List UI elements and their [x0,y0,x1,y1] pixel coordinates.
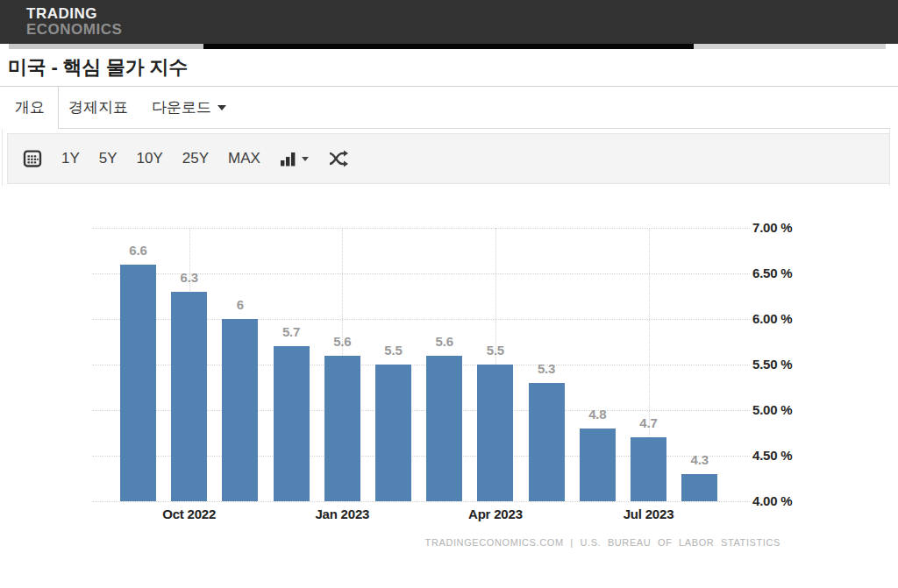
media-strip-segment-right [694,44,886,49]
tab-indicators-label: 경제지표 [68,99,128,116]
chart-bar[interactable] [631,437,666,501]
tab-overview[interactable]: 개요 [2,87,59,129]
chart-bar[interactable] [171,292,207,501]
chart-bar[interactable] [529,383,565,501]
y-axis-label: 4.00 % [752,493,793,508]
chart-bar[interactable] [120,265,156,501]
bar-value-label: 6 [218,297,262,312]
y-axis-label: 7.00 % [752,220,793,235]
media-strip-segment-left [9,44,203,49]
chart-bar[interactable] [580,429,616,501]
bar-value-label: 4.7 [627,415,671,430]
chevron-down-icon [302,157,309,161]
x-axis-label: Jan 2023 [298,507,386,521]
range-max-button[interactable]: MAX [228,150,260,167]
site-header: TRADING ECONOMICS [0,0,898,44]
y-axis-label: 6.50 % [752,266,793,280]
chart-bar[interactable] [324,356,360,501]
chart-bar[interactable] [375,365,411,501]
bar-value-label: 5.5 [372,343,416,358]
tabbar-top-border [0,86,898,87]
media-strip-segment-center [203,44,694,49]
tab-indicators[interactable]: 경제지표 [68,87,128,129]
bar-value-label: 6.6 [117,243,160,258]
bar-chart: TRADINGECONOMICS.COM | U.S. BUREAU OF LA… [0,186,898,574]
compare-shuffle-icon[interactable] [328,150,349,167]
chart-bar[interactable] [681,474,717,501]
chart-bar[interactable] [477,365,513,501]
calendar-icon[interactable] [23,149,42,168]
x-axis-label: Apr 2023 [452,507,539,521]
logo-line-1: TRADING [26,6,122,22]
bar-value-label: 4.8 [575,407,619,422]
bar-chart-type-icon [280,152,296,166]
bar-value-label: 5.7 [269,324,313,339]
chart-bar[interactable] [426,356,462,501]
x-axis-label: Oct 2022 [146,507,233,521]
bar-value-label: 6.3 [167,270,211,285]
y-axis-label: 5.00 % [752,402,793,417]
range-5y-button[interactable]: 5Y [99,150,118,167]
chart-attribution: TRADINGECONOMICS.COM | U.S. BUREAU OF LA… [425,537,780,548]
bar-value-label: 5.3 [524,361,568,376]
bar-value-label: 4.3 [678,452,722,467]
page-root: TRADING ECONOMICS 미국 - 핵심 물가 지수 개요 경제지표 … [0,0,898,588]
y-axis-label: 4.50 % [752,448,793,463]
chart-bar[interactable] [222,319,258,501]
range-1y-button[interactable]: 1Y [61,150,80,167]
bar-value-label: 5.5 [474,343,517,358]
gridline-horizontal [92,228,750,229]
y-axis-label: 6.00 % [752,311,793,326]
tab-download-label: 다운로드 [152,99,211,116]
bar-value-label: 5.6 [320,334,364,349]
chart-toolbar: 1Y 5Y 10Y 25Y MAX [7,133,890,184]
page-title: 미국 - 핵심 물가 지수 [8,54,188,81]
range-25y-button[interactable]: 25Y [182,150,209,167]
y-axis-label: 5.50 % [752,357,793,372]
tab-download[interactable]: 다운로드 [152,87,226,129]
x-axis-label: Jul 2023 [605,507,693,521]
chart-bar[interactable] [274,346,310,501]
logo-line-2: ECONOMICS [26,22,122,38]
trading-economics-logo[interactable]: TRADING ECONOMICS [26,6,122,38]
chart-type-dropdown[interactable] [280,152,309,166]
range-10y-button[interactable]: 10Y [137,150,163,167]
bar-value-label: 5.6 [423,334,467,349]
gridline-horizontal [92,501,750,502]
chevron-down-icon [217,105,226,110]
tab-overview-label: 개요 [15,99,45,116]
